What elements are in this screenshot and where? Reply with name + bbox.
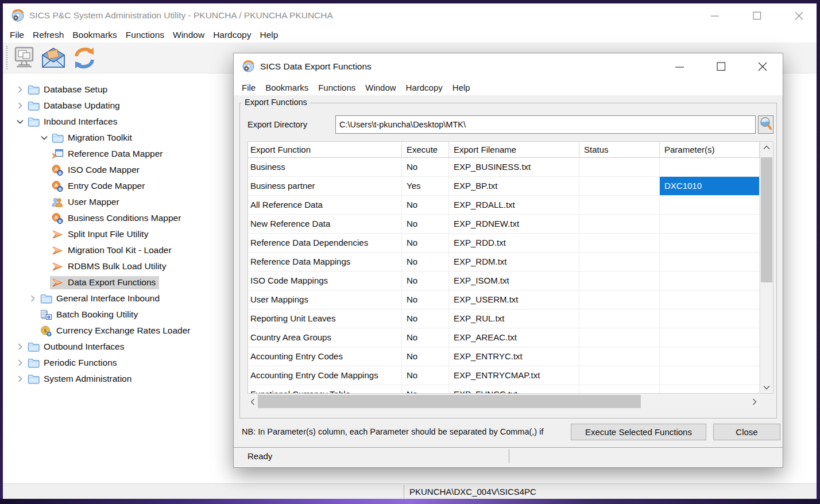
dialog-titlebar[interactable]: SICS Data Export Functions (234, 53, 783, 79)
cell-export-filename[interactable]: EXP_BP.txt (449, 177, 579, 196)
cell-execute[interactable]: No (402, 158, 449, 177)
cell-parameters[interactable] (660, 309, 760, 328)
chevron-down-icon[interactable] (14, 119, 26, 124)
tree-item-inbound-interfaces[interactable]: Inbound Interfaces (5, 114, 269, 130)
table-row-all-reference-data[interactable]: All Reference DataNoEXP_RDALL.txt (248, 196, 760, 215)
cell-export-function[interactable]: New Reference Data (248, 215, 402, 234)
cell-execute[interactable]: No (402, 309, 449, 328)
menu-item-refresh[interactable]: Refresh (33, 30, 64, 40)
workstation-icon[interactable] (10, 45, 37, 71)
chevron-right-icon[interactable] (14, 359, 26, 366)
cell-export-filename[interactable]: EXP_ISOM.txt (449, 272, 579, 290)
menu-item-bookmarks[interactable]: Bookmarks (265, 83, 308, 92)
table-row-country-area-groups[interactable]: Country Area GroupsNoEXP_AREAC.txt (248, 328, 760, 347)
menu-item-file[interactable]: File (242, 83, 256, 92)
menu-item-help[interactable]: Help (452, 83, 470, 92)
close-button[interactable]: Close (713, 424, 780, 440)
toolbar-gripper[interactable] (6, 46, 7, 69)
cell-export-function[interactable]: All Reference Data (248, 196, 402, 215)
cell-status[interactable] (579, 234, 660, 253)
horizontal-scroll-thumb[interactable] (258, 395, 641, 408)
cell-parameters[interactable] (660, 158, 760, 177)
table-row-business[interactable]: BusinessNoEXP_BUSINESS.txt (248, 158, 760, 177)
tree-item-batch-booking-utility[interactable]: BBatch Booking Utility (5, 307, 269, 323)
minimize-icon[interactable] (706, 7, 724, 24)
column-header-parameter-s[interactable]: Parameter(s) (660, 142, 760, 158)
cell-status[interactable] (579, 177, 660, 196)
close-icon[interactable] (754, 58, 771, 75)
tree-item-entry-code-mapper[interactable]: ABEntry Code Mapper (5, 178, 269, 194)
scroll-right-icon[interactable] (749, 394, 760, 409)
cell-status[interactable] (579, 347, 660, 366)
cell-export-filename[interactable]: EXP_FUNCC.txt (449, 385, 579, 393)
cell-status[interactable] (579, 253, 660, 272)
vertical-scroll-thumb[interactable] (761, 157, 772, 282)
table-row-new-reference-data[interactable]: New Reference DataNoEXP_RDNEW.txt (248, 215, 760, 234)
cell-parameters[interactable] (660, 366, 760, 385)
cell-export-function[interactable]: User Mappings (248, 290, 402, 309)
cell-execute[interactable]: No (402, 196, 449, 215)
table-row-business-partner[interactable]: Business partnerYesEXP_BP.txtDXC1010 (248, 177, 760, 196)
cell-parameters[interactable] (660, 347, 760, 366)
scroll-down-icon[interactable] (760, 382, 773, 393)
column-header-export-function[interactable]: Export Function (248, 142, 402, 158)
cell-status[interactable] (579, 366, 660, 385)
cell-status[interactable] (579, 272, 660, 290)
cell-parameters[interactable] (660, 253, 760, 272)
cell-export-function[interactable]: ISO Code Mappings (248, 272, 402, 290)
chevron-down-icon[interactable] (38, 135, 50, 140)
cell-execute[interactable]: No (402, 290, 449, 309)
tree-item-user-mapper[interactable]: User Mapper (5, 194, 269, 210)
execute-selected-functions-button[interactable]: Execute Selected Functions (571, 424, 706, 440)
tree-item-split-input-file-utility[interactable]: Split Input File Utility (5, 226, 269, 242)
tree-item-iso-code-mapper[interactable]: ABISO Code Mapper (5, 162, 269, 178)
cell-execute[interactable]: No (402, 234, 449, 253)
column-header-status[interactable]: Status (579, 142, 660, 158)
cell-export-filename[interactable]: EXP_RDM.txt (449, 253, 579, 272)
table-row-accounting-entry-code-mappings[interactable]: Accounting Entry Code MappingsNoEXP_ENTR… (248, 366, 760, 385)
cell-export-function[interactable]: Accounting Entry Code Mappings (248, 366, 402, 385)
cell-status[interactable] (579, 158, 660, 177)
menu-item-help[interactable]: Help (260, 30, 278, 40)
column-header-export-filename[interactable]: Export Filename (449, 142, 579, 158)
tree-item-database-setup[interactable]: Database Setup (5, 82, 269, 98)
tree-item-data-export-functions[interactable]: Data Export Functions (5, 274, 269, 290)
cell-parameters[interactable] (660, 234, 760, 253)
cell-parameters[interactable]: DXC1010 (660, 177, 760, 196)
cell-export-filename[interactable]: EXP_USERM.txt (449, 290, 579, 309)
menu-item-functions[interactable]: Functions (126, 30, 164, 40)
cell-status[interactable] (579, 309, 660, 328)
tree-item-reference-data-mapper[interactable]: Reference Data Mapper (5, 146, 269, 162)
cell-execute[interactable]: Yes (402, 177, 449, 196)
column-header-execute[interactable]: Execute (402, 142, 449, 158)
cell-execute[interactable]: No (402, 253, 449, 272)
cell-export-filename[interactable]: EXP_ENTRYCMAP.txt (449, 366, 579, 385)
menu-item-window[interactable]: Window (365, 83, 396, 92)
menu-item-file[interactable]: File (10, 30, 24, 40)
cell-export-function[interactable]: Business partner (248, 177, 402, 196)
cell-execute[interactable]: No (402, 385, 449, 393)
tree-item-migration-toolkit[interactable]: Migration Toolkit (5, 130, 269, 146)
tree-item-business-conditions-mapper[interactable]: ABBusiness Conditions Mapper (5, 210, 269, 226)
mail-icon[interactable] (40, 45, 67, 71)
cell-parameters[interactable] (660, 215, 760, 234)
cell-export-function[interactable]: Reference Data Dependencies (248, 234, 402, 253)
scroll-up-icon[interactable] (760, 142, 773, 153)
tree-item-database-updating[interactable]: Database Updating (5, 98, 269, 114)
cell-export-function[interactable]: Accounting Entry Codes (248, 347, 402, 366)
horizontal-scrollbar[interactable] (247, 394, 760, 409)
cell-execute[interactable]: No (402, 347, 449, 366)
chevron-right-icon[interactable] (14, 86, 26, 93)
cell-export-filename[interactable]: EXP_RDALL.txt (449, 196, 579, 215)
cell-export-filename[interactable]: EXP_AREAC.txt (449, 328, 579, 347)
tree-item-currency-exchange-rates-loader[interactable]: $Currency Exchange Rates Loader (5, 323, 269, 339)
cell-export-function[interactable]: Business (248, 158, 402, 177)
maximize-icon[interactable] (748, 7, 765, 24)
browse-button[interactable] (758, 115, 773, 134)
cell-status[interactable] (579, 290, 660, 309)
menu-item-functions[interactable]: Functions (318, 83, 355, 92)
refresh-icon[interactable] (71, 45, 98, 71)
cell-export-filename[interactable]: EXP_ENTRYC.txt (449, 347, 579, 366)
table-row-reporting-unit-leaves[interactable]: Reporting Unit LeavesNoEXP_RUL.txt (248, 309, 760, 328)
tree-item-system-administration[interactable]: System Administration (5, 371, 269, 387)
